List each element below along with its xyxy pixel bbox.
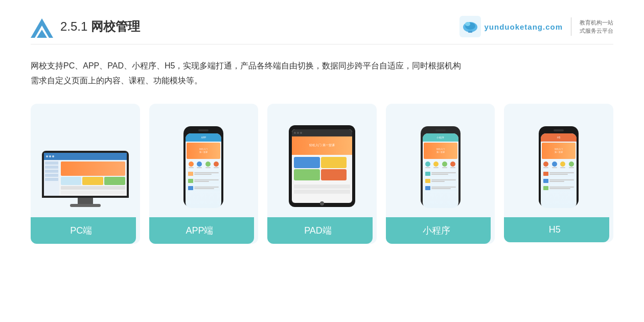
phone-icon [425, 162, 430, 168]
icon-circle [569, 162, 574, 167]
icon-label [433, 167, 439, 168]
phone-icon [552, 162, 557, 168]
phone-outer-mini: 小程序 轻松入门第一堂课 [421, 126, 461, 207]
icon-circle [543, 162, 548, 167]
icon-circle [442, 162, 447, 167]
tablet-card [321, 169, 347, 180]
course-lines [431, 187, 456, 189]
monitor-card [82, 177, 103, 185]
card-h5: H5 轻松入门第一堂课 [504, 104, 613, 242]
icon-label [560, 167, 565, 168]
icon-label [450, 167, 455, 168]
phone-icon [543, 162, 548, 168]
phone-content-app: APP 轻松入门第一堂课 [186, 133, 221, 208]
sidebar-item [45, 174, 58, 177]
tablet-outer: 轻松入门·第一堂课 [289, 125, 355, 207]
course-item [187, 185, 220, 191]
monitor-bottom-bar [61, 186, 125, 190]
pc-monitor [42, 151, 129, 207]
tablet-device: 轻松入门·第一堂课 [289, 125, 355, 207]
course-line [549, 188, 570, 189]
phone-icon [450, 162, 455, 168]
page-title: 2.5.1 网校管理 [60, 18, 140, 35]
phone-icon [205, 162, 211, 168]
course-thumb [425, 186, 430, 190]
phone-icon [189, 162, 194, 168]
course-lines [549, 172, 574, 175]
page-container: 2.5.1 网校管理 yunduoketang.com 教育机构一站 [0, 0, 644, 322]
tablet-list-row [294, 190, 350, 194]
course-line [549, 174, 568, 175]
description-block: 网校支持PC、APP、PAD、小程序、H5，实现多端打通，产品各终端自由切换，数… [31, 59, 613, 88]
icon-label [205, 167, 211, 168]
monitor-content [44, 160, 127, 196]
course-line [194, 181, 209, 182]
svg-rect-7 [468, 31, 472, 33]
monitor-banner [61, 162, 125, 176]
sidebar-item [45, 166, 58, 169]
course-thumb [543, 172, 548, 176]
course-item [187, 171, 220, 177]
brand-name: yunduoketang.com [484, 22, 563, 31]
course-line [549, 187, 574, 188]
h5-label: H5 [549, 224, 561, 235]
icon-label [552, 167, 557, 168]
course-line [431, 188, 451, 189]
phone-icons-row [186, 160, 221, 170]
brand-logo-icon [459, 16, 481, 37]
monitor-cards-row [61, 177, 125, 185]
h5-header-bar: H5 [541, 133, 577, 142]
tagline-line2: 式服务云平台 [580, 27, 613, 35]
course-thumb [188, 172, 193, 176]
phone-content-h5: H5 轻松入门第一堂课 [541, 133, 577, 208]
icon-circle [214, 162, 219, 167]
course-item [542, 185, 575, 191]
course-lines [194, 187, 219, 189]
icon-circle [433, 162, 439, 167]
course-lines [194, 179, 219, 182]
phone-course-list [186, 170, 221, 192]
tablet-nav-dot [297, 132, 299, 134]
pad-label: PAD端 [304, 225, 332, 236]
sidebar-item [45, 162, 58, 165]
title-prefix: 2.5.1 [60, 19, 91, 33]
monitor-base [70, 204, 101, 207]
course-thumb [188, 179, 193, 183]
icon-label [214, 167, 219, 168]
phone-icon [569, 162, 574, 168]
monitor-card [104, 177, 125, 185]
sidebar-item [45, 170, 58, 173]
cards-container: PC端 APP 轻松入门第一堂课 [31, 104, 613, 244]
logo-icon [31, 15, 53, 38]
card-app: APP 轻松入门第一堂课 [149, 104, 259, 244]
course-line [431, 187, 456, 188]
mini-course-list [423, 170, 458, 192]
brand-logo: yunduoketang.com 教育机构一站 式服务云平台 [459, 16, 613, 37]
course-item [542, 171, 575, 177]
course-line [431, 174, 449, 175]
pad-label-bar: PAD端 [267, 217, 373, 244]
monitor-bottom-bar [61, 191, 125, 194]
phone-screen-h5: H5 轻松入门第一堂课 [541, 133, 577, 208]
icon-label [569, 167, 574, 168]
tablet-banner: 轻松入门·第一堂课 [292, 136, 352, 155]
course-lines [431, 179, 456, 182]
course-line [431, 172, 456, 173]
nav-dot-3 [52, 155, 54, 157]
icon-circle [189, 162, 194, 167]
title-bold: 网校管理 [91, 19, 140, 33]
course-thumb [425, 172, 430, 176]
monitor-main [59, 160, 127, 196]
tablet-screen: 轻松入门·第一堂课 [292, 129, 352, 203]
h5-course-list [541, 170, 577, 192]
phone-outer-app: APP 轻松入门第一堂课 [183, 126, 223, 207]
svg-point-6 [465, 22, 470, 26]
icon-label [442, 167, 447, 168]
card-mini: 小程序 轻松入门第一堂课 [386, 104, 495, 244]
tablet-nav-dot [294, 132, 296, 134]
course-item [424, 178, 457, 184]
phone-screen-app: APP 轻松入门第一堂课 [186, 133, 221, 208]
course-line [194, 187, 219, 188]
h5-image-area: H5 轻松入门第一堂课 [512, 115, 605, 207]
course-line [431, 181, 445, 182]
